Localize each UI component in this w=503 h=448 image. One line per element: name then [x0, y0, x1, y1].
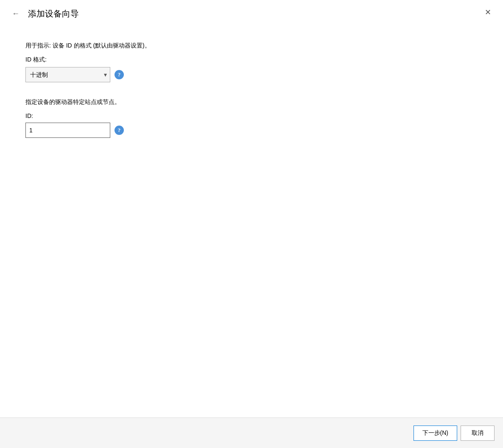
dialog-title: 添加设备向导	[28, 8, 79, 20]
id-format-field-row: 十进制 十六进制 八进制 ?	[25, 67, 478, 82]
close-button[interactable]: ✕	[481, 7, 495, 18]
id-input-label: ID:	[25, 112, 478, 119]
cancel-button[interactable]: 取消	[461, 426, 495, 441]
id-format-description: 用于指示: 设备 ID 的格式 (默认由驱动器设置)。	[25, 41, 478, 50]
id-format-section: 用于指示: 设备 ID 的格式 (默认由驱动器设置)。 ID 格式: 十进制 十…	[25, 41, 478, 82]
dialog-footer: 下一步(N) 取消	[0, 417, 503, 448]
next-button[interactable]: 下一步(N)	[414, 426, 457, 441]
title-bar: ← 添加设备向导 ✕	[0, 0, 503, 24]
dialog-window: ← 添加设备向导 ✕ 用于指示: 设备 ID 的格式 (默认由驱动器设置)。 I…	[0, 0, 503, 448]
id-input-section: 指定设备的驱动器特定站点或节点。 ID: ?	[25, 98, 478, 138]
back-button[interactable]: ←	[10, 8, 21, 20]
id-input[interactable]	[25, 123, 110, 138]
id-format-label: ID 格式:	[25, 56, 478, 64]
id-input-field-row: ?	[25, 123, 478, 138]
id-input-description: 指定设备的驱动器特定站点或节点。	[25, 98, 478, 106]
id-input-help-icon[interactable]: ?	[115, 126, 124, 135]
id-format-select-wrapper: 十进制 十六进制 八进制	[25, 67, 110, 82]
id-format-select[interactable]: 十进制 十六进制 八进制	[25, 67, 110, 82]
id-format-help-icon[interactable]: ?	[115, 70, 124, 79]
content-area: 用于指示: 设备 ID 的格式 (默认由驱动器设置)。 ID 格式: 十进制 十…	[0, 24, 503, 417]
